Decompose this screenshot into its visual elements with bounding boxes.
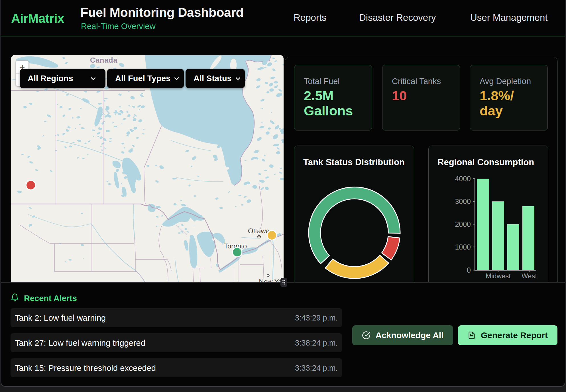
svg-text:Ottawa: Ottawa [248, 227, 270, 235]
svg-text:3000: 3000 [455, 197, 471, 205]
svg-text:New York: New York [259, 278, 284, 282]
svg-text:1000: 1000 [455, 243, 471, 251]
svg-text:4000: 4000 [455, 175, 471, 183]
svg-text:0: 0 [467, 266, 471, 274]
svg-text:Midwest: Midwest [486, 272, 511, 280]
svg-text:2000: 2000 [455, 220, 471, 228]
svg-text:West: West [522, 272, 537, 280]
svg-text:Canada: Canada [90, 56, 117, 64]
